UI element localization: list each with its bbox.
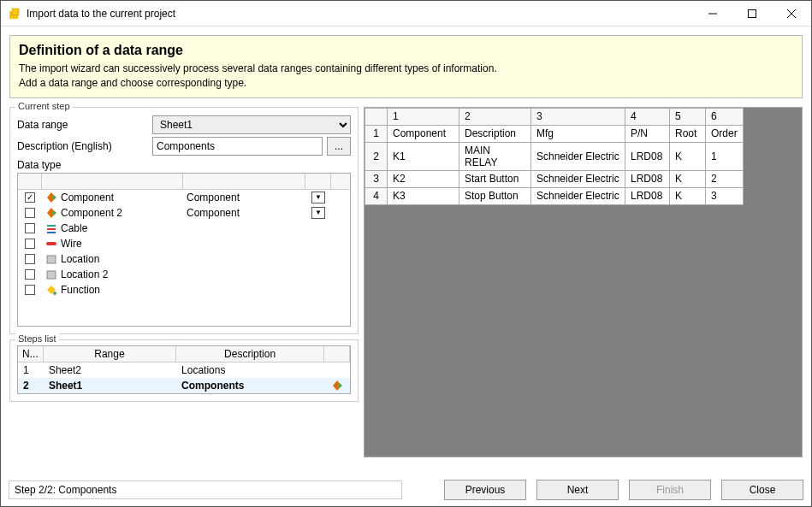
func-icon xyxy=(45,284,57,296)
preview-cell[interactable]: K xyxy=(670,187,706,204)
row-header[interactable]: 3 xyxy=(365,170,388,187)
comp-icon xyxy=(45,207,57,219)
description-input[interactable] xyxy=(152,137,323,156)
preview-row[interactable]: 1ComponentDescriptionMfgP/NRootOrder xyxy=(365,125,744,142)
banner-heading: Definition of a data range xyxy=(19,43,793,58)
data-type-row[interactable]: Wire xyxy=(18,236,350,251)
preview-cell[interactable]: K3 xyxy=(388,187,459,204)
preview-grid: 1234561ComponentDescriptionMfgP/NRootOrd… xyxy=(365,108,744,205)
description-more-button[interactable]: ... xyxy=(327,137,351,156)
next-button[interactable]: Next xyxy=(536,480,619,500)
preview-cell[interactable]: LRD08 xyxy=(625,142,670,170)
svg-rect-15 xyxy=(47,271,56,279)
data-type-row[interactable]: Location 2 xyxy=(18,267,350,282)
preview-cell[interactable]: Schneider Electric xyxy=(531,142,625,170)
type-checkbox[interactable] xyxy=(25,269,35,280)
data-type-row[interactable]: Component 2Component▼ xyxy=(18,205,350,221)
dropdown-icon[interactable]: ▼ xyxy=(311,207,325,219)
preview-row[interactable]: 3K2Start ButtonSchneider ElectricLRD08K2 xyxy=(365,170,744,187)
banner-text1: The import wizard can successively proce… xyxy=(19,62,793,76)
range-select[interactable]: Sheet1 xyxy=(152,115,351,134)
preview-cell[interactable]: Root xyxy=(670,125,706,142)
preview-cell[interactable]: LRD08 xyxy=(625,170,670,187)
svg-rect-14 xyxy=(47,256,56,263)
preview-cell[interactable]: LRD08 xyxy=(625,187,670,204)
preview-cell[interactable]: Stop Button xyxy=(459,187,531,204)
loc-icon xyxy=(45,268,57,280)
preview-cell[interactable]: Schneider Electric xyxy=(531,170,625,187)
preview-cell[interactable]: Start Button xyxy=(459,170,531,187)
wizard-banner: Definition of a data range The import wi… xyxy=(9,35,803,98)
type-mapping: Component xyxy=(183,207,305,219)
type-mapping: Component xyxy=(183,192,305,203)
minimize-button[interactable] xyxy=(693,1,732,27)
type-checkbox[interactable] xyxy=(25,239,35,249)
col-header[interactable]: 1 xyxy=(388,108,459,125)
preview-cell[interactable]: K xyxy=(670,170,706,187)
title-bar: Import data to the current project xyxy=(1,1,811,27)
preview-row[interactable]: 2K1MAIN RELAYSchneider ElectricLRD08K1 xyxy=(365,142,744,170)
row-header[interactable]: 1 xyxy=(365,125,388,142)
row-header[interactable]: 4 xyxy=(365,187,388,204)
cable-icon xyxy=(45,222,57,234)
svg-rect-3 xyxy=(749,9,756,17)
preview-cell[interactable]: P/N xyxy=(625,125,670,142)
col-header[interactable]: 4 xyxy=(625,108,670,125)
type-checkbox[interactable] xyxy=(25,254,35,264)
type-checkbox[interactable] xyxy=(25,285,35,295)
type-name: Component xyxy=(61,192,114,203)
type-checkbox[interactable] xyxy=(25,223,35,233)
steps-list-legend: Steps list xyxy=(15,333,59,344)
preview-cell[interactable]: Schneider Electric xyxy=(531,187,625,204)
type-name: Component 2 xyxy=(61,207,122,219)
type-name: Function xyxy=(61,284,100,296)
data-type-row[interactable]: Location xyxy=(18,251,350,267)
preview-cell[interactable]: K xyxy=(670,142,706,170)
steps-row[interactable]: 1Sheet2Locations xyxy=(18,363,350,378)
preview-cell[interactable]: Mfg xyxy=(531,125,625,142)
preview-pane: 1234561ComponentDescriptionMfgP/NRootOrd… xyxy=(364,107,803,457)
close-button[interactable] xyxy=(772,1,811,27)
preview-row[interactable]: 4K3Stop ButtonSchneider ElectricLRD08K3 xyxy=(365,187,744,204)
steps-list-group: Steps list N... Range Description 1Sheet… xyxy=(9,339,359,402)
preview-cell[interactable]: 2 xyxy=(706,170,744,187)
preview-cell[interactable]: Order xyxy=(706,125,744,142)
range-label: Data range xyxy=(17,119,152,131)
preview-cell[interactable]: 3 xyxy=(706,187,744,204)
col-header[interactable]: 3 xyxy=(531,108,625,125)
wire-icon xyxy=(45,238,57,250)
type-name: Cable xyxy=(61,222,87,234)
finish-button[interactable]: Finish xyxy=(629,480,711,500)
data-type-header xyxy=(18,174,350,190)
maximize-button[interactable] xyxy=(732,1,772,27)
previous-button[interactable]: Previous xyxy=(444,480,526,500)
current-step-group: Current step Data range Sheet1 Descripti… xyxy=(9,107,359,334)
preview-cell[interactable]: K2 xyxy=(388,170,459,187)
data-type-row[interactable]: ✓ComponentComponent▼ xyxy=(18,190,350,205)
status-bar: Step 2/2: Components xyxy=(9,480,402,499)
svg-rect-1 xyxy=(12,9,19,15)
dropdown-icon[interactable]: ▼ xyxy=(311,192,325,203)
steps-row[interactable]: 2Sheet1Components xyxy=(18,378,350,393)
preview-cell[interactable]: MAIN RELAY xyxy=(459,142,531,170)
type-name: Location 2 xyxy=(61,268,108,280)
svg-rect-13 xyxy=(46,242,56,245)
window-title: Import data to the current project xyxy=(27,8,693,20)
col-header[interactable]: 5 xyxy=(670,108,706,125)
preview-cell[interactable]: 1 xyxy=(706,142,744,170)
preview-cell[interactable]: K1 xyxy=(388,142,459,170)
type-checkbox[interactable] xyxy=(25,208,35,218)
row-header[interactable]: 2 xyxy=(365,142,388,170)
type-checkbox[interactable]: ✓ xyxy=(25,192,35,203)
comp-icon xyxy=(331,380,343,392)
loc-icon xyxy=(45,253,57,265)
preview-cell[interactable]: Description xyxy=(459,125,531,142)
col-header[interactable]: 6 xyxy=(706,108,744,125)
close-dialog-button[interactable]: Close xyxy=(721,480,803,500)
col-header[interactable]: 2 xyxy=(459,108,531,125)
preview-cell[interactable]: Component xyxy=(388,125,459,142)
comp-icon xyxy=(45,192,57,203)
type-name: Location xyxy=(61,253,99,265)
data-type-row[interactable]: Cable xyxy=(18,221,350,236)
data-type-row[interactable]: Function xyxy=(18,282,350,298)
